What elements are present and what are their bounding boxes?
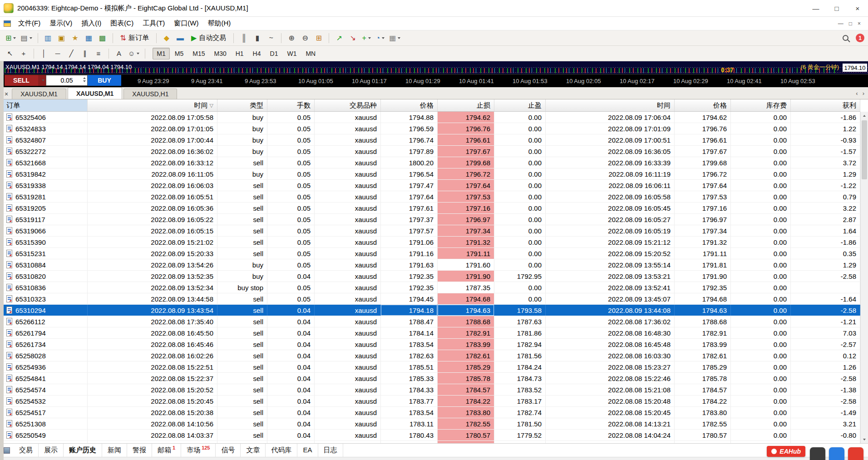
tile-windows-button[interactable]: ⊞ (312, 32, 325, 45)
column-header[interactable]: 类型 (217, 99, 267, 111)
bottom-tab[interactable]: 信号 (216, 444, 241, 457)
add-indicator-button[interactable]: + (360, 32, 373, 45)
order-row[interactable]: 652661122022.08.08 17:35:40sell0.04xauus… (0, 316, 860, 327)
order-row[interactable]: 653153902022.08.09 15:21:02sell0.05xauus… (0, 237, 860, 248)
order-row[interactable]: 653198422022.08.09 16:11:05buy0.05xauusd… (0, 168, 860, 180)
column-header[interactable]: 时间 (546, 99, 675, 111)
channel-tool[interactable]: ∥ (79, 47, 91, 60)
fibonacci-tool[interactable]: ≡ (92, 47, 105, 60)
chart-tab[interactable]: XAUUSD,H1 (123, 89, 177, 99)
column-header[interactable]: 获利 (791, 99, 860, 111)
tab-scroll-left-icon[interactable]: ‹ (856, 90, 858, 97)
order-row[interactable]: 653152312022.08.09 15:20:33sell0.05xauus… (0, 248, 860, 259)
order-row[interactable]: 653192812022.08.09 16:05:51sell0.05xauus… (0, 191, 860, 203)
order-row[interactable]: 652545172022.08.08 15:20:38sell0.04xauus… (0, 407, 860, 418)
order-row[interactable]: 653192052022.08.09 16:05:36sell0.05xauus… (0, 203, 860, 214)
menu-item[interactable]: 帮助(H) (203, 17, 235, 30)
sell-button[interactable]: SELL (5, 75, 38, 86)
zoom-in-button[interactable]: ⊕ (285, 32, 298, 45)
timeframe-button-m30[interactable]: M30 (210, 48, 230, 59)
bottom-tab[interactable]: 邮箱1 (152, 444, 181, 457)
bottom-tab[interactable]: 警报 (127, 444, 152, 457)
volume-input[interactable]: 0.05 (46, 75, 88, 86)
order-row[interactable]: 652545322022.08.08 15:20:45sell0.04xauus… (0, 396, 860, 407)
tab-scroll-right-icon[interactable]: › (863, 90, 864, 97)
arrows-tool[interactable]: ☺ (126, 47, 141, 60)
timeframe-button-h1[interactable]: H1 (232, 48, 248, 59)
column-header[interactable]: 订单 (0, 99, 88, 111)
order-row[interactable]: 653108842022.08.09 13:54:26buy0.05xauusd… (0, 259, 860, 271)
column-header[interactable]: 价格 (675, 99, 731, 111)
column-header[interactable]: 时间▽ (88, 99, 217, 111)
periods-button[interactable]: ◔ (374, 32, 386, 45)
child-minimize-button[interactable]: — (838, 20, 843, 27)
chart-tab[interactable]: XAUUSD,M1 (12, 89, 66, 99)
horizontal-line-tool[interactable]: ─ (51, 47, 64, 60)
bottom-tab[interactable]: 账户历史 (64, 444, 102, 457)
order-row[interactable]: 653248332022.08.09 17:01:05buy0.05xauusd… (0, 123, 860, 134)
column-header[interactable]: 手数 (267, 99, 315, 111)
menu-item[interactable]: 窗口(W) (169, 17, 203, 30)
order-row[interactable]: 652617942022.08.08 16:45:50sell0.04xauus… (0, 327, 860, 339)
autotrade-button[interactable]: ▶自动交易 (187, 32, 230, 45)
column-header[interactable]: 止损 (438, 99, 494, 111)
timeframe-button-mn[interactable]: MN (301, 48, 320, 59)
chart-area[interactable]: XAUUSD,M1 1794.14 1794.14 1794.04 1794.1… (0, 61, 868, 87)
timeframe-button-h4[interactable]: H4 (249, 48, 265, 59)
line-chart-button[interactable]: ~ (265, 32, 277, 45)
profiles-button[interactable]: ▤ (19, 32, 34, 45)
order-row[interactable]: 653193382022.08.09 16:06:03sell0.05xauus… (0, 180, 860, 191)
volume-stepper[interactable] (83, 77, 86, 82)
column-header[interactable]: 交易品种 (315, 99, 381, 111)
bottom-tab[interactable]: 代码库 (266, 444, 297, 457)
timeframe-button-m15[interactable]: M15 (188, 48, 209, 59)
child-close-button[interactable]: × (858, 20, 861, 27)
floating-icon-blue[interactable] (829, 447, 844, 460)
indicators-list-button[interactable]: ↘ (346, 32, 359, 45)
order-row[interactable]: 652513082022.08.08 14:10:56sell0.04xauus… (0, 418, 860, 430)
vertical-line-tool[interactable]: │ (38, 47, 50, 60)
timeframe-button-w1[interactable]: W1 (283, 48, 301, 59)
child-restore-button[interactable]: □ (849, 20, 852, 27)
order-row[interactable]: 653216682022.08.09 16:33:12sell0.05xauus… (0, 157, 860, 168)
metaeditor-button[interactable]: ◆ (160, 32, 173, 45)
order-row[interactable]: 653108362022.08.09 13:52:34buy stop0.05x… (0, 282, 860, 293)
order-row[interactable]: 653191172022.08.09 16:05:22sell0.05xauus… (0, 214, 860, 225)
crosshair-tool[interactable]: + (17, 47, 30, 60)
timeframe-button-d1[interactable]: D1 (266, 48, 282, 59)
timeframe-button-m5[interactable]: M5 (171, 48, 187, 59)
order-row[interactable]: 652549362022.08.08 15:22:51sell0.04xauus… (0, 361, 860, 373)
sell-dropdown[interactable] (38, 75, 46, 86)
menu-item[interactable]: 文件(F) (14, 17, 45, 30)
notification-badge[interactable]: 1 (856, 34, 864, 42)
bottom-tab[interactable]: EA (297, 444, 318, 457)
order-row[interactable]: 653102942022.08.09 13:43:54sell0.04xauus… (0, 305, 860, 316)
order-row[interactable]: 652580282022.08.08 16:02:26sell0.04xauus… (0, 350, 860, 361)
bar-chart-button[interactable]: ║ (237, 32, 250, 45)
zoom-out-button[interactable]: ⊖ (299, 32, 311, 45)
vertical-scrollbar[interactable] (860, 112, 868, 443)
bottom-tab[interactable]: 市场125 (181, 444, 216, 457)
bottom-tab[interactable]: 新闻 (102, 444, 127, 457)
strategy-tester-button[interactable]: ▩ (96, 32, 109, 45)
scroll-down-button[interactable] (861, 435, 868, 443)
order-row[interactable]: 653108202022.08.09 13:52:35buy0.04xauusd… (0, 271, 860, 282)
order-row[interactable]: 652505492022.08.08 14:03:37sell0.04xauus… (0, 430, 860, 441)
navigator-button[interactable]: ★ (69, 32, 82, 45)
terminal-button[interactable]: ▦ (83, 32, 95, 45)
column-header[interactable]: 止盈 (494, 99, 546, 111)
new-chart-button[interactable]: ⊞ (4, 32, 18, 45)
indicators-button[interactable]: ↗ (333, 32, 345, 45)
chart-screenshot-button[interactable]: ▬ (174, 32, 187, 45)
order-row[interactable]: 653254062022.08.09 17:05:58buy0.05xauusd… (0, 112, 860, 123)
menu-item[interactable]: 图表(C) (106, 17, 138, 30)
bottom-tab[interactable]: 交易 (14, 444, 39, 457)
order-row[interactable]: 652545742022.08.08 15:20:52sell0.04xauus… (0, 384, 860, 396)
scroll-up-button[interactable] (861, 112, 868, 119)
templates-button[interactable]: ▦ (387, 32, 402, 45)
cursor-tool[interactable]: ↖ (4, 47, 16, 60)
column-header[interactable]: 库存费 (731, 99, 791, 111)
order-row[interactable]: 652548412022.08.08 15:22:37sell0.04xauus… (0, 373, 860, 384)
floating-icon-dark[interactable] (810, 447, 825, 460)
floating-icon-red[interactable] (848, 447, 863, 460)
